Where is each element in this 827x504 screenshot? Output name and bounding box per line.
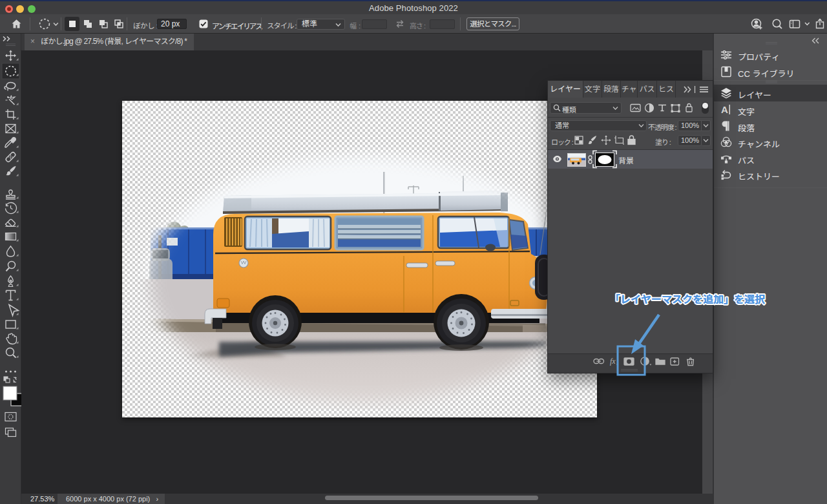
- svg-text:fx: fx: [610, 357, 616, 366]
- svg-text:A: A: [721, 104, 728, 115]
